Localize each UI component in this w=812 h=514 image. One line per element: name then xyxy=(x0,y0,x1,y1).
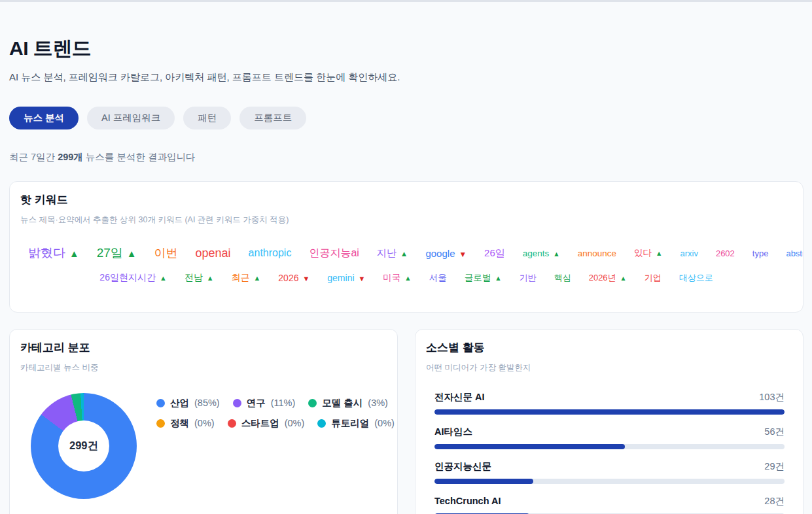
legend-dot-icon xyxy=(233,399,241,407)
source-list: 전자신문 AI103건AI타임스56건인공지능신문29건TechCrunch A… xyxy=(434,391,785,514)
tab-3[interactable]: 프롬프트 xyxy=(239,107,306,129)
tab-bar: 뉴스 분석AI 프레임워크패턴프롬프트 xyxy=(9,107,803,129)
keyword: 글로벌▲ xyxy=(465,272,502,284)
source-bar-fill xyxy=(434,479,533,484)
category-legend: 산업(85%)연구(11%)모델 출시(3%)정책(0%)스타트업(0%)튜토리… xyxy=(156,397,395,499)
keyword: type xyxy=(752,248,769,258)
trend-up-icon: ▲ xyxy=(495,274,501,282)
trend-up-icon: ▲ xyxy=(400,249,408,258)
legend-percent: (0%) xyxy=(194,418,215,428)
legend-dot-icon xyxy=(317,419,326,428)
legend-item: 스타트업(0%) xyxy=(228,417,305,430)
source-card-title: 소스별 활동 xyxy=(426,340,792,355)
legend-percent: (11%) xyxy=(271,398,296,408)
source-card-subtitle: 어떤 미디어가 가장 활발한지 xyxy=(426,362,792,373)
trend-up-icon: ▲ xyxy=(254,274,261,282)
keyword: 지난▲ xyxy=(377,247,408,260)
category-card-subtitle: 카테고리별 뉴스 비중 xyxy=(20,362,387,373)
legend-dot-icon xyxy=(156,399,165,407)
page-title: AI 트렌드 xyxy=(9,35,803,62)
keyword: arxiv xyxy=(680,248,697,258)
keyword: 미국▲ xyxy=(383,272,411,284)
legend-item: 튜토리얼(0%) xyxy=(317,417,395,430)
summary-count: 299개 xyxy=(58,152,83,162)
source-name: TechCrunch AI xyxy=(434,496,501,506)
keyword-cloud: ai밝혔다▲27일▲이번openaianthropic인공지능ai지난▲goog… xyxy=(20,243,792,284)
legend-percent: (0%) xyxy=(285,418,305,428)
trend-up-icon: ▲ xyxy=(69,248,79,259)
source-name: 인공지능신문 xyxy=(434,460,491,473)
keyword: abstract xyxy=(786,248,803,258)
legend-label: 정책 xyxy=(170,417,189,430)
legend-percent: (3%) xyxy=(368,398,388,408)
tab-1[interactable]: AI 프레임워크 xyxy=(87,107,175,129)
source-bar-track xyxy=(434,444,785,449)
hot-keywords-title: 핫 키워드 xyxy=(20,192,792,207)
keyword: 2602 xyxy=(716,248,735,258)
trend-up-icon: ▲ xyxy=(656,249,662,257)
source-row: TechCrunch AI28건 xyxy=(434,495,785,514)
legend-dot-icon xyxy=(156,419,165,428)
source-bar-track xyxy=(434,409,785,415)
legend-label: 모델 출시 xyxy=(322,397,362,409)
trend-up-icon: ▲ xyxy=(553,250,559,258)
source-name: 전자신문 AI xyxy=(434,391,485,403)
legend-item: 연구(11%) xyxy=(233,397,296,409)
legend-label: 튜토리얼 xyxy=(331,417,369,430)
legend-dot-icon xyxy=(228,419,236,428)
legend-item: 산업(85%) xyxy=(156,397,220,409)
keyword: 26일현지시간▲ xyxy=(99,272,166,284)
keyword-row: 26일현지시간▲전남▲최근▲2026▼gemini▼미국▲서울글로벌▲기반핵심2… xyxy=(20,272,792,284)
keyword: openai xyxy=(196,247,231,260)
page-subtitle: AI 뉴스 분석, 프레임워크 카탈로그, 아키텍처 패턴, 프롬프트 트렌드를… xyxy=(9,71,803,84)
source-row: 전자신문 AI103건 xyxy=(434,391,785,415)
summary-suffix: 뉴스를 분석한 결과입니다 xyxy=(83,152,196,162)
keyword: google▼ xyxy=(425,248,467,259)
trend-up-icon: ▲ xyxy=(620,275,627,282)
legend-percent: (0%) xyxy=(374,418,395,428)
keyword: 2026▼ xyxy=(278,273,309,283)
category-card-title: 카테고리 분포 xyxy=(20,340,387,355)
keyword-row: ai밝혔다▲27일▲이번openaianthropic인공지능ai지난▲goog… xyxy=(20,243,792,264)
keyword: agents▲ xyxy=(523,248,560,258)
keyword: anthropic xyxy=(249,247,292,259)
trend-down-icon: ▼ xyxy=(459,250,467,258)
keyword: 최근▲ xyxy=(232,272,261,284)
keyword: 기반 xyxy=(520,272,537,284)
trend-down-icon: ▼ xyxy=(302,275,309,283)
bottom-cards: 카테고리 분포 카테고리별 뉴스 비중 299건 산업(85%)연구(11%)모… xyxy=(9,329,803,514)
tab-2[interactable]: 패턴 xyxy=(183,107,231,129)
trend-up-icon: ▲ xyxy=(160,274,167,282)
source-bar-fill xyxy=(434,409,785,415)
keyword: 2026년▲ xyxy=(589,272,627,284)
trend-up-icon: ▲ xyxy=(207,274,214,282)
source-count: 28건 xyxy=(764,495,785,507)
keyword: 밝혔다▲ xyxy=(28,245,79,262)
source-count: 103건 xyxy=(759,391,785,403)
source-bar-track xyxy=(434,479,785,484)
trend-up-icon: ▲ xyxy=(404,274,411,282)
page: AI 트렌드 AI 뉴스 분석, 프레임워크 카탈로그, 아키텍처 패턴, 프롬… xyxy=(0,35,812,514)
keyword: ai xyxy=(9,243,10,264)
source-row: 인공지능신문29건 xyxy=(434,460,785,484)
keyword: 27일▲ xyxy=(97,245,137,262)
summary-prefix: 최근 7일간 xyxy=(9,152,58,162)
keyword: 이번 xyxy=(154,245,178,261)
legend-row: 산업(85%)연구(11%)모델 출시(3%) xyxy=(156,397,395,409)
keyword: 인공지능ai xyxy=(309,247,359,260)
tab-0[interactable]: 뉴스 분석 xyxy=(9,107,79,129)
donut-center-label: 299건 xyxy=(58,420,109,471)
source-bar-fill xyxy=(434,444,625,449)
keyword: 있다▲ xyxy=(634,247,662,259)
donut-chart: 299건 xyxy=(31,393,137,499)
source-count: 56건 xyxy=(764,426,785,438)
trend-down-icon: ▼ xyxy=(359,275,366,283)
keyword: 핵심 xyxy=(554,272,571,284)
legend-label: 산업 xyxy=(170,397,189,409)
trend-up-icon: ▲ xyxy=(127,248,137,259)
category-chart-area: 299건 산업(85%)연구(11%)모델 출시(3%)정책(0%)스타트업(0… xyxy=(20,393,387,499)
keyword: 기업 xyxy=(644,272,662,284)
keyword: 대상으로 xyxy=(679,272,713,284)
keyword: 26일 xyxy=(484,247,505,260)
analysis-summary: 최근 7일간 299개 뉴스를 분석한 결과입니다 xyxy=(9,151,803,163)
